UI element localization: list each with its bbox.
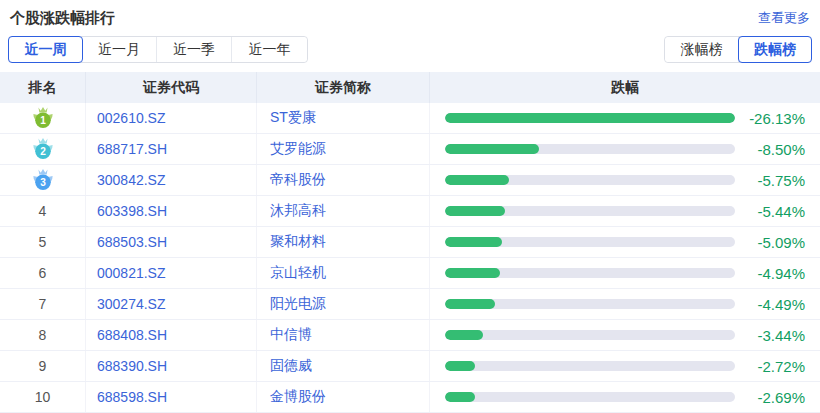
stock-name-link[interactable]: 帝科股份 <box>257 171 326 189</box>
change-cell: -5.44% <box>430 196 820 226</box>
stock-code-link[interactable]: 688390.SH <box>86 358 167 374</box>
change-bar-track <box>445 144 735 154</box>
svg-text:2: 2 <box>40 146 46 157</box>
change-cell: -4.49% <box>430 289 820 319</box>
rank-number: 6 <box>39 265 47 281</box>
period-tab-group: 近一周 近一月 近一季 近一年 <box>8 36 308 63</box>
tab-last-month[interactable]: 近一月 <box>82 37 157 62</box>
change-bar-track <box>445 392 735 402</box>
change-percent: -2.69% <box>735 389 820 406</box>
change-cell: -8.50% <box>430 134 820 164</box>
table-header-row: 排名 证券代码 证券简称 跌幅 <box>0 72 820 103</box>
column-header-name: 证券简称 <box>257 72 430 103</box>
tab-last-week[interactable]: 近一周 <box>8 36 83 63</box>
name-cell: 阳光电源 <box>257 289 430 319</box>
rank-number: 10 <box>35 389 51 405</box>
rank-cell: 4 <box>0 196 86 226</box>
table-row: 6 000821.SZ 京山轻机 -4.94% <box>0 258 820 289</box>
column-header-code: 证券代码 <box>86 72 257 103</box>
stock-name-link[interactable]: ST爱康 <box>257 109 316 127</box>
change-percent: -4.94% <box>735 265 820 282</box>
change-percent: -5.75% <box>735 172 820 189</box>
change-percent: -5.44% <box>735 203 820 220</box>
code-cell: 688598.SH <box>86 382 257 412</box>
table-row: 8 688408.SH 中信博 -3.44% <box>0 320 820 351</box>
change-cell: -5.09% <box>430 227 820 257</box>
name-cell: 沐邦高科 <box>257 196 430 226</box>
stock-name-link[interactable]: 聚和材料 <box>257 233 326 251</box>
code-cell: 688408.SH <box>86 320 257 350</box>
table-row: 7 300274.SZ 阳光电源 -4.49% <box>0 289 820 320</box>
stock-code-link[interactable]: 300274.SZ <box>86 296 166 312</box>
stock-name-link[interactable]: 阳光电源 <box>257 295 326 313</box>
table-row: 4 603398.SH 沐邦高科 -5.44% <box>0 196 820 227</box>
stock-ranking-widget: 个股涨跌幅排行 查看更多 近一周 近一月 近一季 近一年 涨幅榜 跌幅榜 排名 … <box>0 0 820 413</box>
code-cell: 300274.SZ <box>86 289 257 319</box>
toggle-gainers-list[interactable]: 涨幅榜 <box>665 37 739 62</box>
stock-name-link[interactable]: 中信博 <box>257 326 312 344</box>
code-cell: 000821.SZ <box>86 258 257 288</box>
table-row: 2 2 688717.SH 艾罗能源 -8.50% <box>0 134 820 165</box>
change-bar-track <box>445 113 735 123</box>
stock-code-link[interactable]: 002610.SZ <box>86 110 166 126</box>
table-row: 1 1 002610.SZ ST爱康 -26.13% <box>0 103 820 134</box>
name-cell: 聚和材料 <box>257 227 430 257</box>
change-bar-track <box>445 268 735 278</box>
change-bar-fill <box>445 237 502 247</box>
rank-number: 7 <box>39 296 47 312</box>
change-bar-track <box>445 237 735 247</box>
tab-last-quarter[interactable]: 近一季 <box>157 37 232 62</box>
rank-number: 8 <box>39 327 47 343</box>
toggle-losers-list[interactable]: 跌幅榜 <box>738 36 812 63</box>
rank-number: 4 <box>39 203 47 219</box>
table-row: 3 3 300842.SZ 帝科股份 -5.75% <box>0 165 820 196</box>
name-cell: ST爱康 <box>257 103 430 133</box>
ranking-table: 排名 证券代码 证券简称 跌幅 1 1 002610.SZ ST爱康 <box>0 72 820 413</box>
change-bar-fill <box>445 392 475 402</box>
change-bar-fill <box>445 144 539 154</box>
name-cell: 固德威 <box>257 351 430 381</box>
rank-cell: 10 <box>0 382 86 412</box>
name-cell: 金博股份 <box>257 382 430 412</box>
stock-code-link[interactable]: 300842.SZ <box>86 172 166 188</box>
rank-number: 5 <box>39 234 47 250</box>
stock-name-link[interactable]: 艾罗能源 <box>257 140 326 158</box>
stock-code-link[interactable]: 000821.SZ <box>86 265 166 281</box>
stock-code-link[interactable]: 688408.SH <box>86 327 167 343</box>
change-cell: -26.13% <box>430 103 820 133</box>
stock-code-link[interactable]: 688717.SH <box>86 141 167 157</box>
name-cell: 京山轻机 <box>257 258 430 288</box>
stock-name-link[interactable]: 京山轻机 <box>257 264 326 282</box>
stock-code-link[interactable]: 688503.SH <box>86 234 167 250</box>
change-bar-track <box>445 361 735 371</box>
table-row: 9 688390.SH 固德威 -2.72% <box>0 351 820 382</box>
rank-cell: 7 <box>0 289 86 319</box>
rank-number: 9 <box>39 358 47 374</box>
change-percent: -2.72% <box>735 358 820 375</box>
stock-name-link[interactable]: 沐邦高科 <box>257 202 326 220</box>
change-bar-fill <box>445 299 495 309</box>
change-cell: -3.44% <box>430 320 820 350</box>
widget-topbar: 个股涨跌幅排行 查看更多 <box>0 0 820 28</box>
svg-text:1: 1 <box>40 115 46 126</box>
tab-last-year[interactable]: 近一年 <box>232 37 307 62</box>
table-row: 5 688503.SH 聚和材料 -5.09% <box>0 227 820 258</box>
table-body: 1 1 002610.SZ ST爱康 -26.13% 2 <box>0 103 820 413</box>
column-header-rank: 排名 <box>0 72 86 103</box>
rank-cell: 9 <box>0 351 86 381</box>
stock-code-link[interactable]: 603398.SH <box>86 203 167 219</box>
column-header-change: 跌幅 <box>430 72 820 103</box>
rank-cell: 2 2 <box>0 134 86 164</box>
stock-name-link[interactable]: 金博股份 <box>257 388 326 406</box>
change-bar-fill <box>445 175 509 185</box>
rank-cell: 6 <box>0 258 86 288</box>
change-bar-track <box>445 206 735 216</box>
name-cell: 帝科股份 <box>257 165 430 195</box>
rank-cell: 1 1 <box>0 103 86 133</box>
change-bar-track <box>445 330 735 340</box>
stock-name-link[interactable]: 固德威 <box>257 357 312 375</box>
rank-cell: 8 <box>0 320 86 350</box>
code-cell: 688503.SH <box>86 227 257 257</box>
stock-code-link[interactable]: 688598.SH <box>86 389 167 405</box>
view-more-link[interactable]: 查看更多 <box>758 9 810 27</box>
